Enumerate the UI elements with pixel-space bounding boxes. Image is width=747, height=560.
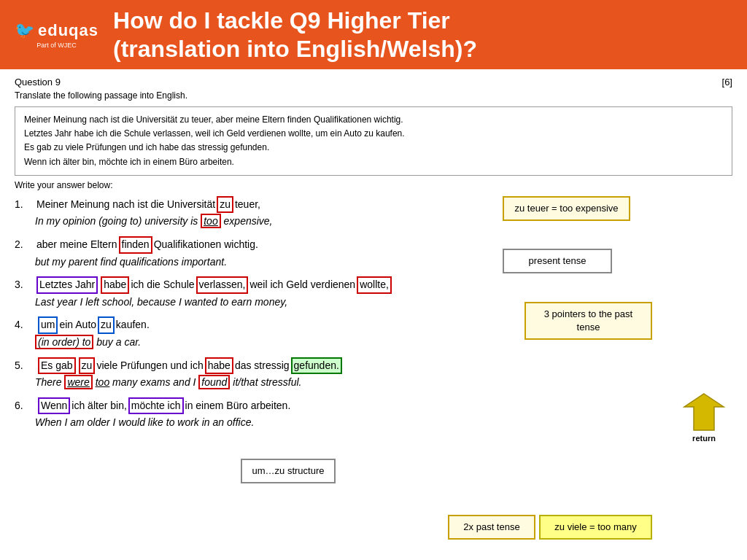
question-header: Question 9 [6] (15, 77, 732, 88)
annotation-2x-past: 2x past tense (448, 515, 535, 540)
highlight-zu-1: zu (217, 196, 233, 214)
highlight-in-order: (in order) to (35, 335, 93, 349)
highlight-wollte: wollte, (357, 276, 392, 294)
annotation-past-pointers: 3 pointers to the past tense (525, 302, 652, 340)
sentence-6-english: When I am older I would like to work in … (35, 416, 732, 430)
highlight-finden: finden (119, 236, 152, 254)
logo-subtitle: Part of WJEC (36, 42, 77, 49)
highlight-verlassen: verlassen, (196, 276, 249, 294)
annotation-zu-teuer: zu teuer = too expensive (503, 196, 630, 221)
logo: 🐦 eduqas (15, 21, 98, 40)
page-title: How do I tackle Q9 Higher Tier (translat… (113, 7, 477, 63)
sentence-5-german: 5. Es gab zu viele Prüfungen und ich hab… (15, 357, 732, 375)
logo-text: eduqas (38, 21, 98, 40)
logo-bird-icon: 🐦 (15, 21, 35, 40)
main-content: Question 9 [6] Translate the following p… (0, 69, 747, 445)
highlight-zu-viele: zu (79, 357, 96, 375)
highlight-habe: habe (101, 276, 129, 294)
passage-line-4: Wenn ich älter bin, möchte ich in einem … (24, 155, 723, 169)
highlight-were: were (64, 375, 92, 389)
header: 🐦 eduqas Part of WJEC How do I tackle Q9… (0, 0, 747, 69)
annotation-zu-viele: zu viele = too many (539, 515, 652, 540)
passage-line-3: Es gab zu viele Prüfungen und ich habe d… (24, 141, 723, 155)
sentence-3-german: 3. Letztes Jahr habe ich die Schule verl… (15, 276, 732, 294)
highlight-um: um (38, 316, 58, 334)
logo-area: 🐦 eduqas Part of WJEC (15, 21, 98, 49)
answer-section: 1. Meiner Meinung nach ist die Universit… (15, 196, 732, 430)
highlight-found: found (198, 375, 230, 389)
passage-box: Meiner Meinung nach ist die Universität … (15, 106, 732, 176)
sentence-6-german: 6. Wenn ich älter bin, möchte ich in ein… (15, 397, 732, 415)
highlight-habe-2: habe (205, 357, 233, 375)
question-label: Question 9 (15, 77, 61, 88)
return-arrow[interactable]: return (681, 391, 727, 444)
return-arrow-icon (681, 391, 727, 433)
annotation-um-zu: um…zu structure (241, 459, 336, 483)
sentence-2-english: but my parent find qualifications import… (35, 255, 732, 270)
passage-line-2: Letztes Jahr habe ich die Schule verlass… (24, 127, 723, 141)
sentence-5-english: There were too many exams and I found it… (35, 376, 732, 390)
highlight-too-1: too (201, 214, 220, 228)
write-below-label: Write your answer below: (15, 180, 732, 190)
return-label: return (692, 433, 716, 444)
highlight-letztes: Letztes Jahr (36, 276, 98, 294)
question-instruction: Translate the following passage into Eng… (15, 90, 732, 101)
highlight-zu-2: zu (98, 316, 115, 334)
highlight-gefunden: gefunden. (291, 357, 342, 375)
sentence-2-german: 2. aber meine Eltern finden Qualifikatio… (15, 236, 732, 254)
highlight-es-gab: Es gab (38, 357, 76, 375)
question-marks: [6] (722, 77, 732, 88)
annotation-present-tense: present tense (503, 249, 612, 273)
highlight-mochte: möchte ich (128, 397, 184, 415)
highlight-wenn: Wenn (38, 397, 70, 415)
passage-line-1: Meiner Meinung nach ist die Universität … (24, 113, 723, 127)
highlight-too-2: too (96, 376, 109, 388)
